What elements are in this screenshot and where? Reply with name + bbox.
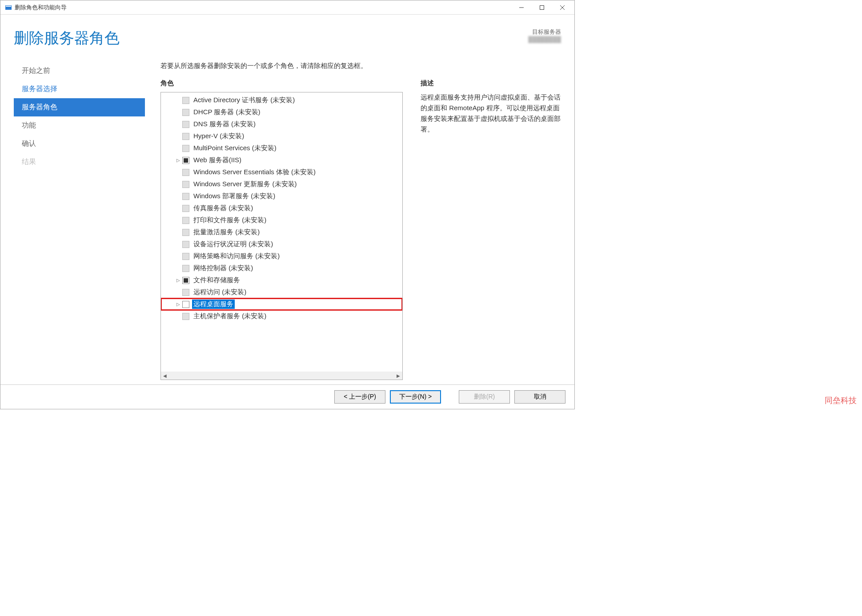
target-server-label: 目标服务器 [528,28,561,36]
role-row[interactable]: Active Directory 证书服务 (未安装) [161,94,402,106]
role-checkbox [182,169,189,176]
body-row: 开始之前 服务器选择 服务器角色 功能 确认 结果 若要从所选服务器删除安装的一… [14,62,561,380]
minimize-button[interactable] [511,1,532,14]
role-label: 远程桌面服务 [192,300,235,309]
previous-button[interactable]: < 上一步(P) [334,390,385,404]
role-label: Windows Server Essentials 体验 (未安装) [192,168,317,177]
nav-before-begin[interactable]: 开始之前 [14,62,145,80]
role-row[interactable]: Windows Server Essentials 体验 (未安装) [161,166,402,178]
target-server: 目标服务器 ████████ [528,28,561,43]
role-checkbox [182,265,189,272]
app-icon [5,4,12,11]
role-label: DHCP 服务器 (未安装) [192,108,262,117]
role-checkbox[interactable] [182,301,189,308]
role-checkbox [182,193,189,200]
roles-list[interactable]: Active Directory 证书服务 (未安装)DHCP 服务器 (未安装… [161,92,402,372]
window-title: 删除角色和功能向导 [15,4,511,12]
role-label: 批量激活服务 (未安装) [192,228,261,237]
role-row[interactable]: 主机保护者服务 (未安装) [161,310,402,322]
remove-button: 删除(R) [459,390,510,404]
footer: < 上一步(P) 下一步(N) > 删除(R) 取消 [0,384,574,409]
role-row[interactable]: MultiPoint Services (未安装) [161,142,402,154]
role-row[interactable]: ▷文件和存储服务 [161,274,402,286]
role-label: Active Directory 证书服务 (未安装) [192,96,296,105]
role-row[interactable]: 设备运行状况证明 (未安装) [161,238,402,250]
nav-confirmation[interactable]: 确认 [14,135,145,153]
nav-results: 结果 [14,153,145,171]
expand-icon[interactable]: ▷ [175,278,181,283]
role-row[interactable]: 网络策略和访问服务 (未安装) [161,250,402,262]
role-label: 网络控制器 (未安装) [192,264,254,273]
wizard-window: 删除角色和功能向导 删除服务器角色 目标服务器 ████████ [0,0,575,409]
roles-panel: 角色 Active Directory 证书服务 (未安装)DHCP 服务器 (… [160,79,403,380]
role-row[interactable]: Hyper-V (未安装) [161,130,402,142]
role-checkbox [182,205,189,212]
wizard-nav: 开始之前 服务器选择 服务器角色 功能 确认 结果 [14,62,145,380]
role-label: Web 服务器(IIS) [192,156,243,165]
role-checkbox [182,133,189,140]
next-button[interactable]: 下一步(N) > [390,390,441,404]
role-row[interactable]: ▷远程桌面服务 [161,298,402,310]
role-row[interactable]: DNS 服务器 (未安装) [161,118,402,130]
role-checkbox[interactable] [182,157,189,164]
nav-features[interactable]: 功能 [14,116,145,135]
role-row[interactable]: Windows 部署服务 (未安装) [161,190,402,202]
expand-icon[interactable]: ▷ [175,158,181,163]
role-row[interactable]: 传真服务器 (未安装) [161,202,402,214]
role-label: 设备运行状况证明 (未安装) [192,240,274,249]
description-text: 远程桌面服务支持用户访问虚拟桌面、基于会话的桌面和 RemoteApp 程序。可… [421,92,561,135]
cancel-button[interactable]: 取消 [514,390,565,404]
page-title: 删除服务器角色 [14,28,120,48]
role-label: DNS 服务器 (未安装) [192,120,257,129]
content-area: 删除服务器角色 目标服务器 ████████ 开始之前 服务器选择 服务器角色 … [0,15,574,384]
svg-rect-3 [540,5,544,9]
role-row[interactable]: 网络控制器 (未安装) [161,262,402,274]
role-checkbox [182,121,189,128]
role-row[interactable]: DHCP 服务器 (未安装) [161,106,402,118]
nav-server-selection[interactable]: 服务器选择 [14,80,145,98]
role-checkbox [182,181,189,188]
role-label: 远程访问 (未安装) [192,288,248,297]
expand-icon[interactable]: ▷ [175,302,181,307]
role-checkbox [182,217,189,224]
scroll-right-icon[interactable]: ▶ [394,372,402,380]
role-row[interactable]: ▷Web 服务器(IIS) [161,154,402,166]
panels: 角色 Active Directory 证书服务 (未安装)DHCP 服务器 (… [160,79,561,380]
role-checkbox [182,229,189,236]
role-row[interactable]: 打印和文件服务 (未安装) [161,214,402,226]
role-label: 打印和文件服务 (未安装) [192,216,268,225]
role-row[interactable]: 远程访问 (未安装) [161,286,402,298]
role-label: Windows 部署服务 (未安装) [192,192,277,201]
role-row[interactable]: 批量激活服务 (未安装) [161,226,402,238]
horizontal-scrollbar[interactable]: ◀ ▶ [161,372,402,380]
target-server-name: ████████ [528,36,561,43]
svg-rect-1 [6,6,11,7]
window-controls [511,1,573,14]
role-checkbox [182,253,189,260]
titlebar: 删除角色和功能向导 [0,0,574,15]
roles-heading: 角色 [160,79,403,88]
role-checkbox [182,289,189,296]
role-label: Windows Server 更新服务 (未安装) [192,180,298,189]
description-panel: 描述 远程桌面服务支持用户访问虚拟桌面、基于会话的桌面和 RemoteApp 程… [421,79,561,380]
role-checkbox [182,145,189,152]
role-checkbox[interactable] [182,277,189,284]
instruction-text: 若要从所选服务器删除安装的一个或多个角色，请清除相应的复选框。 [160,62,561,70]
nav-server-roles[interactable]: 服务器角色 [14,98,145,116]
description-heading: 描述 [421,79,561,88]
role-label: 文件和存储服务 [192,276,241,285]
header-row: 删除服务器角色 目标服务器 ████████ [14,28,561,48]
scroll-left-icon[interactable]: ◀ [161,372,169,380]
role-label: 传真服务器 (未安装) [192,204,254,213]
role-label: 网络策略和访问服务 (未安装) [192,252,281,261]
role-checkbox [182,97,189,104]
roles-box: Active Directory 证书服务 (未安装)DHCP 服务器 (未安装… [160,92,403,380]
role-row[interactable]: Windows Server 更新服务 (未安装) [161,178,402,190]
close-button[interactable] [552,1,573,14]
role-label: Hyper-V (未安装) [192,132,245,141]
role-checkbox [182,241,189,248]
role-checkbox [182,109,189,116]
watermark-text: 同垒科技 [825,395,857,406]
role-label: MultiPoint Services (未安装) [192,144,278,153]
maximize-button[interactable] [532,1,552,14]
